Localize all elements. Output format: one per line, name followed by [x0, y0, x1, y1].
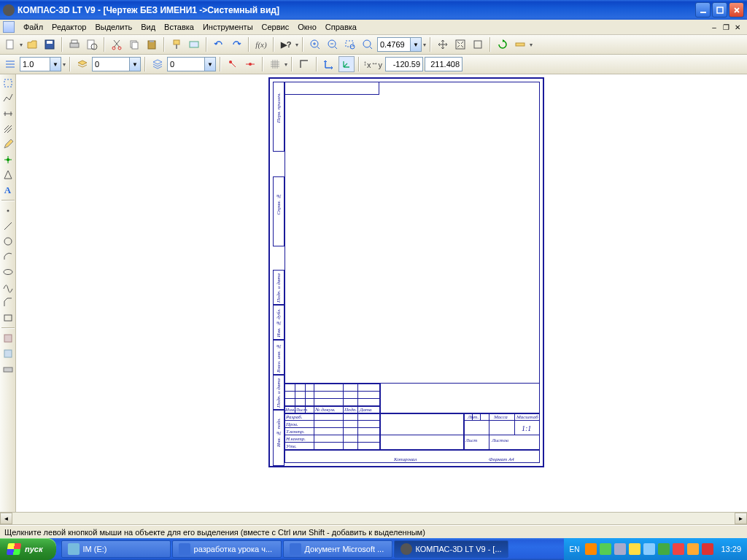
print-tool[interactable]: [1, 362, 15, 376]
minimize-button[interactable]: [695, 2, 711, 18]
rect-tool[interactable]: [1, 311, 15, 325]
chevron-down-icon[interactable]: ▼: [204, 58, 215, 71]
task-item-im[interactable]: IM (E:): [61, 540, 171, 558]
layer-button[interactable]: [74, 56, 90, 72]
ellipse-tool[interactable]: [1, 265, 15, 279]
coord-x-input[interactable]: [385, 57, 423, 71]
close-button[interactable]: [729, 2, 744, 18]
rebuild-button[interactable]: [495, 36, 511, 52]
tray-icon[interactable]: [687, 543, 699, 555]
circle-tool[interactable]: [1, 234, 15, 249]
save-button[interactable]: [42, 36, 58, 52]
line-tool[interactable]: [1, 219, 15, 233]
snap-end-button[interactable]: [225, 56, 241, 72]
tray-icon[interactable]: [643, 543, 655, 555]
linestyle-button[interactable]: [2, 56, 18, 72]
menu-select[interactable]: Выделить: [90, 21, 136, 33]
menu-view[interactable]: Вид: [136, 21, 160, 33]
cut-button[interactable]: [109, 36, 125, 52]
help-cursor-button[interactable]: ▶?: [278, 36, 294, 52]
library-tool[interactable]: [1, 331, 15, 346]
tray-icon[interactable]: [585, 543, 597, 555]
paste-button[interactable]: [144, 36, 160, 52]
maximize-button[interactable]: [712, 2, 727, 18]
zoom-all-button[interactable]: [470, 36, 486, 52]
task-item-doc1[interactable]: разработка урока ч...: [172, 540, 282, 558]
scroll-right-button[interactable]: ►: [735, 513, 747, 524]
grid-button[interactable]: [267, 56, 283, 72]
insert-tool[interactable]: [1, 346, 15, 361]
format-paint-button[interactable]: [169, 36, 185, 52]
copy-button[interactable]: [126, 36, 142, 52]
zoom-window-button[interactable]: [342, 36, 358, 52]
measure-button[interactable]: [512, 36, 528, 52]
color-input[interactable]: [168, 60, 204, 69]
edit-tool[interactable]: [1, 137, 15, 152]
zoom-prev-button[interactable]: [360, 36, 376, 52]
menu-insert[interactable]: Вставка: [160, 21, 198, 33]
task-item-kompas[interactable]: КОМПАС-3D LT V9 - [...: [394, 540, 508, 558]
tray-icon[interactable]: [702, 543, 713, 555]
menu-editor[interactable]: Редактор: [47, 21, 90, 33]
menu-window[interactable]: Окно: [293, 21, 321, 33]
local-cs-button[interactable]: [321, 56, 337, 72]
linewidth-combo[interactable]: ▼: [20, 57, 61, 71]
chamfer-tool[interactable]: [1, 295, 15, 310]
scroll-left-button[interactable]: ◄: [0, 513, 12, 524]
measure-tool[interactable]: [1, 168, 15, 182]
tray-icon[interactable]: [673, 543, 684, 555]
mdi-close-button[interactable]: ✕: [732, 23, 743, 31]
layers-mgr-button[interactable]: [150, 56, 166, 72]
clock[interactable]: 13:29: [721, 545, 741, 553]
redo-button[interactable]: [228, 36, 244, 52]
param-tool[interactable]: [1, 152, 15, 167]
undo-button[interactable]: [211, 36, 227, 52]
color-combo[interactable]: ▼: [167, 57, 216, 71]
point-tool[interactable]: [1, 203, 15, 218]
tray-icon[interactable]: [658, 543, 670, 555]
open-button[interactable]: [24, 36, 40, 52]
mdi-restore-button[interactable]: ❐: [721, 23, 731, 31]
linewidth-input[interactable]: [20, 60, 50, 69]
coord-y-input[interactable]: [425, 57, 462, 71]
layer-input[interactable]: [93, 60, 129, 69]
menu-service[interactable]: Сервис: [258, 21, 294, 33]
start-button[interactable]: пуск: [0, 538, 56, 560]
menu-help[interactable]: Справка: [321, 21, 361, 33]
arc-tool[interactable]: [1, 249, 15, 264]
tray-icon[interactable]: [600, 543, 611, 555]
zoom-input[interactable]: [378, 40, 410, 49]
new-button[interactable]: [2, 36, 18, 52]
layer-combo[interactable]: ▼: [92, 57, 141, 71]
fx-button[interactable]: f(x): [253, 36, 269, 52]
properties-button[interactable]: [186, 36, 202, 52]
menu-tools[interactable]: Инструменты: [198, 21, 258, 33]
chevron-down-icon[interactable]: ▼: [129, 58, 140, 71]
zoom-in-button[interactable]: [307, 36, 323, 52]
snap-mid-button[interactable]: [242, 56, 258, 72]
lang-indicator[interactable]: EN: [570, 545, 580, 553]
polyline-tool[interactable]: [1, 91, 15, 106]
h-scrollbar[interactable]: ◄ ►: [0, 512, 747, 525]
select-tool[interactable]: [1, 76, 15, 90]
coord-sys-button[interactable]: [338, 56, 355, 72]
hatch-tool[interactable]: [1, 122, 15, 136]
drawing-canvas[interactable]: Перв. примен. Справ. № Подп. и дата Инв.…: [16, 74, 747, 512]
preview-button[interactable]: [84, 36, 100, 52]
pan-button[interactable]: [435, 36, 451, 52]
zoom-combo[interactable]: ▼: [377, 37, 422, 52]
tray-icon[interactable]: [614, 543, 626, 555]
menu-file[interactable]: Файл: [19, 21, 47, 33]
tray-icon[interactable]: [629, 543, 640, 555]
print-button[interactable]: [66, 36, 82, 52]
chevron-down-icon[interactable]: ▼: [410, 38, 421, 51]
text-tool[interactable]: A: [1, 183, 15, 198]
chevron-down-icon[interactable]: ▼: [50, 58, 61, 71]
ortho-button[interactable]: [296, 56, 312, 72]
mdi-min-button[interactable]: –: [709, 23, 719, 31]
spline-tool[interactable]: [1, 280, 15, 295]
zoom-out-button[interactable]: [325, 36, 341, 52]
zoom-fit-button[interactable]: [452, 36, 468, 52]
task-item-doc2[interactable]: Документ Microsoft ...: [283, 540, 392, 558]
dimension-tool[interactable]: [1, 106, 15, 121]
